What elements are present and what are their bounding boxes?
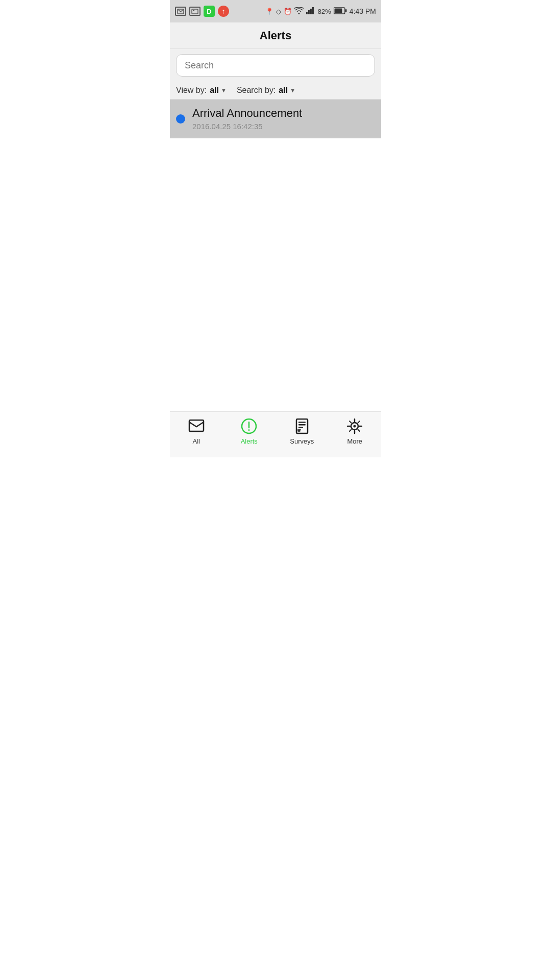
notification-icon bbox=[175, 7, 186, 16]
svg-rect-1 bbox=[192, 9, 198, 14]
battery-percentage: 82% bbox=[318, 8, 331, 15]
svg-rect-6 bbox=[312, 7, 314, 14]
status-bar-left: D ↑ bbox=[175, 6, 229, 17]
alert-item-content: Arrival Announcement 2016.04.25 16:42:35 bbox=[192, 107, 375, 131]
upload-icon: ↑ bbox=[218, 6, 229, 17]
svg-line-26 bbox=[358, 430, 360, 432]
alert-item-date: 2016.04.25 16:42:35 bbox=[192, 122, 375, 131]
search-container bbox=[170, 49, 381, 82]
more-icon bbox=[345, 417, 364, 435]
view-by-value[interactable]: all bbox=[210, 86, 219, 95]
alarm-icon: ⏰ bbox=[284, 8, 292, 15]
svg-rect-9 bbox=[345, 9, 347, 12]
alert-list: Arrival Announcement 2016.04.25 16:42:35 bbox=[170, 100, 381, 138]
svg-rect-5 bbox=[310, 9, 312, 14]
search-input[interactable] bbox=[176, 54, 375, 77]
tab-more-label: More bbox=[347, 437, 362, 445]
svg-rect-15 bbox=[298, 422, 306, 423]
alert-item-title: Arrival Announcement bbox=[192, 107, 375, 120]
svg-rect-4 bbox=[308, 10, 310, 14]
wifi-icon bbox=[294, 7, 304, 16]
svg-rect-10 bbox=[189, 420, 204, 431]
alerts-icon bbox=[240, 417, 258, 435]
tab-surveys[interactable]: Surveys bbox=[279, 417, 325, 445]
view-by-arrow-icon[interactable]: ▼ bbox=[221, 87, 227, 93]
signal-icon bbox=[306, 7, 315, 16]
all-icon bbox=[187, 417, 206, 435]
status-bar: D ↑ 📍 ◇ ⏰ 82% 4:43 PM bbox=[170, 0, 381, 22]
svg-point-13 bbox=[248, 429, 250, 431]
search-by-value[interactable]: all bbox=[279, 86, 288, 95]
alert-list-item[interactable]: Arrival Announcement 2016.04.25 16:42:35 bbox=[170, 100, 381, 138]
tab-alerts[interactable]: Alerts bbox=[226, 417, 272, 445]
battery-icon bbox=[334, 7, 347, 16]
search-by-label: Search by: bbox=[237, 86, 276, 95]
tab-all-label: All bbox=[193, 437, 200, 445]
svg-line-28 bbox=[349, 430, 352, 432]
status-time: 4:43 PM bbox=[349, 7, 376, 15]
tab-alerts-label: Alerts bbox=[241, 437, 258, 445]
svg-rect-17 bbox=[298, 427, 303, 428]
sync-icon: ◇ bbox=[276, 8, 281, 15]
tab-more[interactable]: More bbox=[332, 417, 378, 445]
location-icon: 📍 bbox=[265, 8, 273, 15]
d-badge-icon: D bbox=[204, 6, 215, 17]
tab-all[interactable]: All bbox=[173, 417, 219, 445]
status-bar-right: 📍 ◇ ⏰ 82% 4:43 PM bbox=[265, 7, 376, 16]
svg-rect-2 bbox=[193, 10, 194, 11]
page-header: Alerts bbox=[170, 22, 381, 49]
unread-dot bbox=[176, 114, 185, 124]
screenshot-icon bbox=[189, 7, 201, 16]
tab-bar: All Alerts Surveys bbox=[170, 411, 381, 457]
empty-content-area bbox=[170, 138, 381, 448]
svg-rect-8 bbox=[334, 8, 342, 13]
tab-surveys-label: Surveys bbox=[290, 437, 314, 445]
svg-rect-3 bbox=[306, 12, 308, 14]
svg-point-20 bbox=[354, 425, 356, 428]
view-by-label: View by: bbox=[176, 86, 207, 95]
page-title: Alerts bbox=[260, 29, 291, 42]
filter-row: View by: all ▼ Search by: all ▼ bbox=[170, 82, 381, 100]
svg-line-25 bbox=[349, 421, 352, 423]
svg-line-27 bbox=[358, 421, 360, 423]
svg-rect-16 bbox=[298, 424, 306, 426]
surveys-icon bbox=[293, 417, 311, 435]
search-by-arrow-icon[interactable]: ▼ bbox=[290, 87, 295, 93]
